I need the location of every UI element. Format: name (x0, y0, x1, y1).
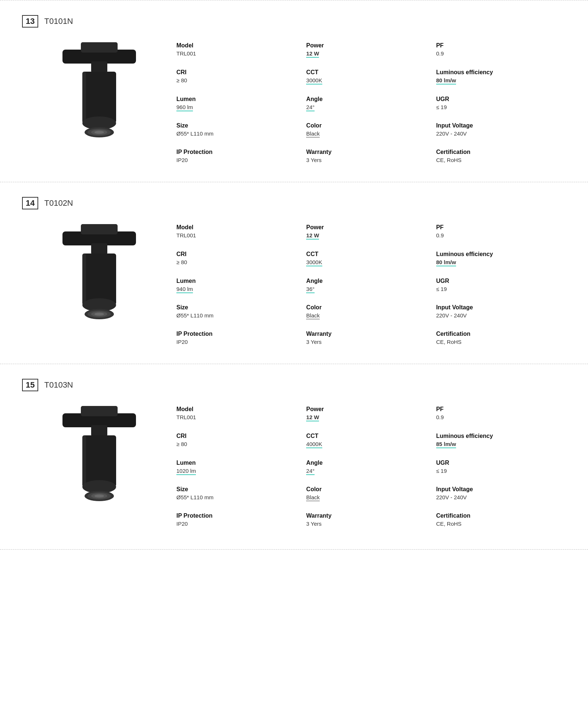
spec-model-value: TRL001 (176, 232, 299, 238)
spec-cri-label: CRI (176, 251, 299, 258)
spec-size-label: Size (176, 304, 299, 311)
svg-point-20 (94, 313, 104, 316)
spec-lumen: Lumen 940 lm (176, 278, 306, 294)
spec-ugr-label: UGR (436, 460, 559, 466)
spec-cri-value: ≥ 80 (176, 77, 299, 83)
spec-color-value: Black (306, 312, 320, 319)
spec-power: Power 12 W (306, 224, 436, 240)
spec-cert: Certification CE, RoHS (436, 331, 566, 345)
spec-warranty: Warranty 3 Yers (306, 149, 436, 163)
product-number: 15 (22, 379, 38, 391)
spec-ugr-value: ≤ 19 (436, 104, 559, 110)
spec-cct: CCT 3000K (306, 69, 436, 85)
product-header: 14 T0102N (22, 197, 566, 209)
spec-warranty-label: Warranty (306, 331, 429, 337)
spec-lum-eff-value: 85 lm/w (436, 441, 456, 448)
spec-power-value: 12 W (306, 414, 319, 421)
spec-color-label: Color (306, 304, 429, 311)
product-image-area (22, 402, 176, 527)
spec-cct: CCT 3000K (306, 251, 436, 267)
spec-ip-label: IP Protection (176, 513, 299, 519)
spec-angle-label: Angle (306, 96, 429, 103)
svg-point-9 (94, 131, 104, 134)
spec-power-label: Power (306, 42, 429, 49)
spec-pf: PF 0.9 (436, 42, 566, 58)
spec-warranty-value: 3 Yers (306, 339, 429, 345)
spec-lumen-label: Lumen (176, 278, 299, 284)
spec-input-voltage-label: Input Voltage (436, 122, 559, 129)
spec-color: Color Black (306, 122, 436, 138)
spec-size-value: Ø55* L110 mm (176, 494, 299, 500)
spec-ip: IP Protection IP20 (176, 331, 306, 345)
svg-rect-12 (81, 224, 118, 234)
spec-cert-value: CE, RoHS (436, 339, 559, 345)
spec-input-voltage: Input Voltage 220V - 240V (436, 304, 566, 320)
spec-ugr: UGR ≤ 19 (436, 96, 566, 112)
spec-color-label: Color (306, 486, 429, 493)
spec-model-value: TRL001 (176, 50, 299, 57)
spec-input-voltage: Input Voltage 220V - 240V (436, 486, 566, 501)
product-specs: Model TRL001 Power 12 W PF 0.9 CRI ≥ 80 (176, 220, 566, 345)
spec-cct-label: CCT (306, 433, 429, 439)
spec-angle: Angle 24° (306, 460, 436, 475)
spec-size: Size Ø55* L110 mm (176, 122, 306, 138)
spec-ip-label: IP Protection (176, 331, 299, 337)
spec-angle: Angle 36° (306, 278, 436, 294)
spec-lumen-value: 940 lm (176, 286, 193, 293)
spec-cct: CCT 4000K (306, 433, 436, 449)
spec-input-voltage-value: 220V - 240V (436, 130, 559, 137)
spec-lumen: Lumen 960 lm (176, 96, 306, 112)
svg-rect-1 (81, 42, 118, 53)
spec-angle-value: 24° (306, 104, 315, 111)
spec-warranty-value: 3 Yers (306, 157, 429, 163)
spec-ip: IP Protection IP20 (176, 513, 306, 527)
spec-ip-value: IP20 (176, 339, 299, 345)
spec-input-voltage-value: 220V - 240V (436, 494, 559, 500)
spec-model: Model TRL001 (176, 42, 306, 58)
svg-rect-23 (81, 406, 118, 416)
product-image-area (22, 39, 176, 163)
svg-rect-2 (91, 61, 107, 72)
product-header: 13 T0101N (22, 15, 566, 28)
spec-cri: CRI ≥ 80 (176, 433, 306, 449)
spec-angle-label: Angle (306, 460, 429, 466)
spec-cct-value: 4000K (306, 441, 322, 448)
spec-warranty-value: 3 Yers (306, 521, 429, 527)
spec-warranty: Warranty 3 Yers (306, 513, 436, 527)
spec-size: Size Ø55* L110 mm (176, 486, 306, 501)
svg-rect-10 (82, 72, 86, 123)
spec-lum-eff-value: 80 lm/w (436, 259, 456, 266)
spec-size-value: Ø55* L110 mm (176, 130, 299, 137)
spec-cri: CRI ≥ 80 (176, 251, 306, 267)
spec-cert: Certification CE, RoHS (436, 513, 566, 527)
spec-ip-value: IP20 (176, 157, 299, 163)
spec-power-label: Power (306, 406, 429, 413)
spec-ugr-label: UGR (436, 96, 559, 103)
spec-cri-value: ≥ 80 (176, 259, 299, 265)
spec-ugr-label: UGR (436, 278, 559, 284)
spec-color-value: Black (306, 494, 320, 501)
product-body: Model TRL001 Power 12 W PF 0.9 CRI ≥ 80 (22, 220, 566, 345)
svg-rect-24 (91, 425, 107, 436)
spec-cct-value: 3000K (306, 259, 322, 266)
product-section-15: 15 T0103N Model TRL001 (0, 364, 588, 546)
spec-lumen-label: Lumen (176, 460, 299, 466)
spec-model-label: Model (176, 224, 299, 231)
spec-lum-eff-label: Luminous efficiency (436, 69, 559, 76)
svg-rect-32 (82, 435, 86, 487)
spec-power-value: 12 W (306, 50, 319, 58)
spec-color-value: Black (306, 130, 320, 137)
spec-cri-label: CRI (176, 433, 299, 439)
svg-rect-4 (82, 72, 116, 123)
spec-warranty-label: Warranty (306, 513, 429, 519)
spec-model: Model TRL001 (176, 406, 306, 422)
spec-power-label: Power (306, 224, 429, 231)
spec-size: Size Ø55* L110 mm (176, 304, 306, 320)
spec-pf-value: 0.9 (436, 232, 559, 238)
spec-ip: IP Protection IP20 (176, 149, 306, 163)
spec-input-voltage-label: Input Voltage (436, 486, 559, 493)
spec-lumen-value: 1020 lm (176, 468, 196, 475)
spec-cert: Certification CE, RoHS (436, 149, 566, 163)
spec-pf-value: 0.9 (436, 50, 559, 57)
svg-point-31 (94, 495, 104, 497)
